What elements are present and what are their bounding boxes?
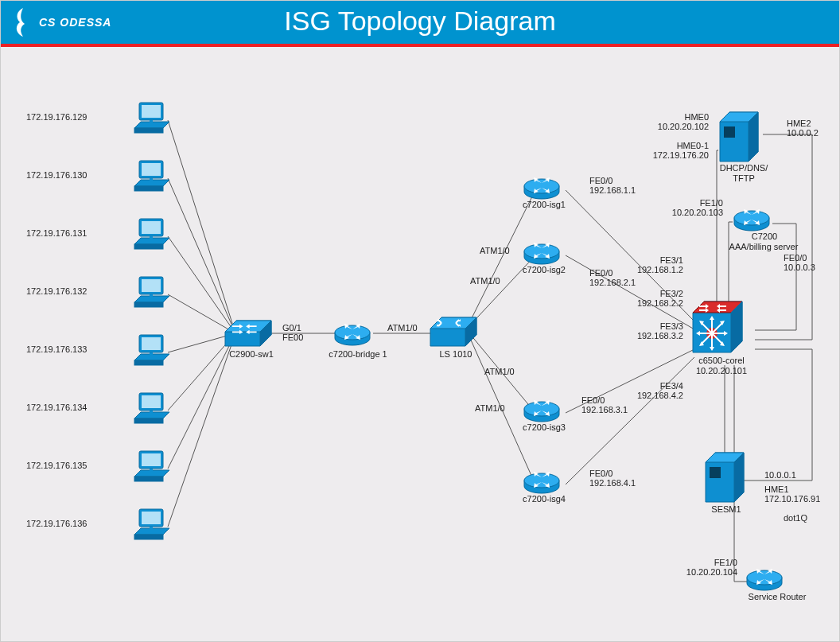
ll-fe00: FE00	[282, 333, 303, 343]
ll-aaa-fe00-b: 10.0.0.3	[784, 263, 815, 273]
router-bridge-icon	[335, 324, 370, 345]
diagram-canvas: CS ODESSA ISG Topology Diagram	[0, 0, 840, 642]
ll-hme01-a: HME0-1	[645, 141, 709, 151]
ll-atm-3: ATM1/0	[484, 367, 515, 377]
ll-hme0-a: HME0	[645, 112, 709, 123]
ll-hme01-b: 172.19.176.20	[645, 150, 709, 161]
label-aaa1: C7200	[725, 232, 804, 241]
ll-isg4-b: 192.168.4.1	[589, 478, 636, 488]
ll-fe31-b: 192.168.1.2	[628, 265, 683, 275]
svg-line-19	[168, 333, 235, 527]
ws-ip-8: 172.19.176.136	[26, 519, 87, 529]
network-svg	[1, 47, 840, 642]
ws-ip-6: 172.19.176.134	[26, 403, 87, 413]
ll-hme1-b: 172.10.176.91	[764, 494, 820, 504]
svg-line-14	[168, 236, 235, 333]
ll-fe32-b: 192.168.2.2	[628, 298, 683, 309]
label-service-router: Service Router	[737, 592, 817, 601]
ll-fe33-b: 192.168.3.2	[628, 331, 683, 341]
ll-aaa-fe10-a: FE1/0	[659, 198, 723, 208]
ll-hme1-a: HME1	[764, 484, 789, 495]
workstations	[134, 103, 169, 539]
label-c2900: C2900-sw1	[224, 349, 279, 359]
ws-ip-1: 172.19.176.129	[26, 112, 87, 123]
ll-aaa-fe10-b: 10.20.20.103	[659, 208, 723, 218]
ws-ip-4: 172.19.176.132	[26, 286, 87, 297]
svg-line-13	[168, 178, 235, 333]
core-c6500-icon	[693, 302, 742, 352]
ll-hme0-b: 10.20.20.102	[645, 122, 709, 132]
atm-ls1010-icon	[430, 317, 476, 346]
ll-fe34-a: FE3/4	[628, 381, 683, 391]
ll-sesm-ip: 10.0.0.1	[764, 470, 796, 481]
ll-fe32-a: FE3/2	[628, 289, 683, 299]
svg-line-22	[466, 190, 535, 329]
router-isg4-icon	[524, 472, 559, 493]
label-core: c6500-corel	[690, 356, 753, 365]
ll-dot1q: dot1Q	[784, 513, 807, 523]
label-ls1010: LS 1010	[432, 349, 480, 359]
ll-isg2-b: 192.168.2.1	[589, 278, 636, 288]
label-isg1: c7200-isg1	[516, 200, 572, 209]
ll-fe33-a: FE3/3	[628, 321, 683, 332]
ws-ip-2: 172.19.176.130	[26, 170, 87, 181]
ll-isg1-a: FE0/0	[589, 176, 612, 186]
ll-hme2-a: HME2	[787, 119, 811, 129]
ll-atm-2: ATM1/0	[470, 276, 500, 286]
ws-ip-7: 172.19.176.135	[26, 461, 87, 471]
router-isg1-icon	[524, 177, 559, 199]
router-isg2-icon	[524, 243, 559, 264]
ws-ip-5: 172.19.176.133	[26, 344, 87, 355]
label-sesm: SESM1	[702, 504, 750, 514]
ll-hme2-b: 10.0.0.2	[787, 128, 819, 138]
server-dhcp-icon	[720, 112, 758, 161]
label-isg3: c7200-isg3	[516, 422, 572, 432]
switch-c2900-icon	[225, 321, 271, 346]
router-isg3-icon	[524, 400, 559, 422]
diagram-title: ISG Topology Diagram	[1, 6, 839, 37]
ll-fe31-a: FE3/1	[628, 255, 683, 266]
label-dhcp: DHCP/DNS/	[712, 163, 776, 173]
ll-isg4-a: FE0/0	[589, 469, 612, 479]
ll-isg3-b: 192.168.3.1	[581, 405, 628, 415]
label-core-ip: 10.20.20.101	[690, 366, 753, 375]
svg-line-29	[566, 357, 694, 484]
ll-isg2-a: FE0/0	[589, 268, 612, 278]
label-dhcp2: TFTP	[712, 173, 776, 183]
label-bridge: c7200-bridge 1	[322, 349, 394, 359]
ll-isg3-a: FE0/0	[581, 395, 605, 406]
svg-line-12	[168, 120, 235, 333]
ll-sr-b: 10.20.20.104	[674, 567, 737, 578]
router-service-icon	[747, 569, 782, 590]
server-sesm-icon	[706, 453, 744, 502]
ll-aaa-fe00-a: FE0/0	[784, 253, 807, 263]
ll-fe34-b: 192.168.4.2	[628, 391, 683, 401]
label-isg4: c7200-isg4	[516, 494, 572, 504]
label-aaa2: AAA/billing server	[712, 242, 815, 251]
ll-atm-a: ATM1/0	[387, 323, 418, 333]
ll-atm-1: ATM1/0	[480, 246, 510, 256]
router-aaa-icon	[734, 209, 769, 231]
label-isg2: c7200-isg2	[516, 265, 572, 274]
header-bar: CS ODESSA ISG Topology Diagram	[1, 1, 839, 47]
ll-sr-a: FE1/0	[674, 558, 737, 568]
ws-ip-3: 172.19.176.131	[26, 228, 87, 239]
ll-atm-4: ATM1/0	[475, 403, 505, 414]
ll-g01: G0/1	[282, 323, 301, 333]
ll-isg1-b: 192.168.1.1	[589, 185, 636, 196]
